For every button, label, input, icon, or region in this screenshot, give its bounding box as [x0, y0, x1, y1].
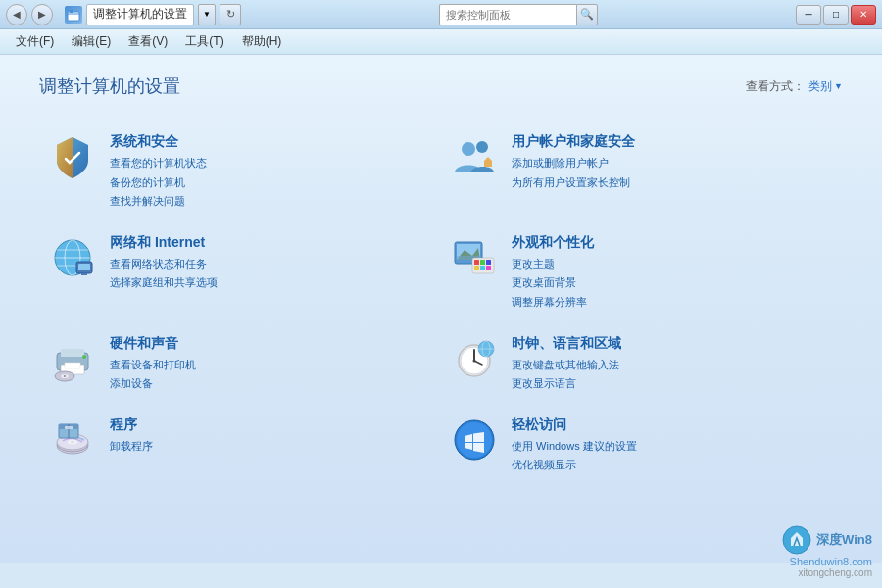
hardware-icon — [49, 335, 96, 382]
svg-rect-24 — [61, 349, 84, 357]
svg-point-27 — [82, 355, 86, 359]
appearance-title[interactable]: 外观和个性化 — [512, 234, 594, 252]
menu-view[interactable]: 查看(V) — [121, 30, 175, 53]
category-appearance[interactable]: 外观和个性化 更改主题 更改桌面背景 调整屏幕分辨率 — [441, 222, 843, 323]
svg-rect-11 — [81, 273, 87, 275]
system-security-link-2[interactable]: 备份您的计算机 — [110, 174, 207, 192]
address-bar[interactable]: 调整计算机的设置 — [86, 4, 194, 25]
category-network[interactable]: 网络和 Internet 查看网络状态和任务 选择家庭组和共享选项 — [39, 222, 441, 323]
appearance-link-1[interactable]: 更改主题 — [512, 256, 594, 273]
search-button[interactable]: 🔍 — [576, 4, 598, 25]
user-accounts-link-2[interactable]: 为所有用户设置家长控制 — [512, 174, 635, 192]
clock-link-2[interactable]: 更改显示语言 — [512, 375, 621, 393]
watermark-sub-site: xitongcheng.com — [798, 567, 872, 578]
forward-button[interactable]: ▶ — [31, 4, 53, 25]
svg-rect-21 — [480, 266, 485, 270]
menu-edit[interactable]: 编辑(E) — [64, 30, 119, 53]
hardware-title[interactable]: 硬件和声音 — [110, 335, 196, 353]
clock-icon — [451, 335, 498, 382]
network-text: 网络和 Internet 查看网络状态和任务 选择家庭组和共享选项 — [110, 234, 218, 292]
network-title[interactable]: 网络和 Internet — [110, 234, 218, 252]
ease-access-title[interactable]: 轻松访问 — [512, 416, 637, 434]
network-icon — [49, 234, 96, 281]
svg-point-35 — [473, 359, 476, 362]
user-accounts-link-1[interactable]: 添加或删除用户帐户 — [512, 155, 635, 172]
ease-access-link-1[interactable]: 使用 Windows 建议的设置 — [512, 438, 637, 456]
svg-rect-26 — [65, 363, 80, 368]
user-accounts-icon — [451, 133, 498, 180]
appearance-icon — [451, 234, 498, 281]
page-title: 调整计算机的设置 — [39, 74, 180, 98]
clock-link-1[interactable]: 更改键盘或其他输入法 — [512, 357, 621, 374]
category-hardware[interactable]: 硬件和声音 查看设备和打印机 添加设备 — [39, 323, 441, 405]
search-bar: 🔍 — [439, 4, 598, 25]
search-input[interactable] — [439, 4, 576, 25]
window-controls: ─ □ ✕ — [796, 5, 876, 24]
ease-access-link-2[interactable]: 优化视频显示 — [512, 457, 637, 474]
view-mode-selector[interactable]: 查看方式： 类别 ▼ — [746, 78, 843, 95]
svg-rect-19 — [486, 260, 491, 265]
hardware-text: 硬件和声音 查看设备和打印机 添加设备 — [110, 335, 196, 393]
user-accounts-text: 用户帐户和家庭安全 添加或删除用户帐户 为所有用户设置家长控制 — [512, 133, 635, 191]
user-accounts-title[interactable]: 用户帐户和家庭安全 — [512, 133, 635, 151]
menu-help[interactable]: 帮助(H) — [234, 30, 290, 53]
address-text: 调整计算机的设置 — [93, 6, 187, 23]
watermark-brand: 深度Win8 — [816, 531, 872, 549]
programs-link-1[interactable]: 卸载程序 — [110, 438, 153, 456]
svg-rect-17 — [474, 260, 479, 265]
svg-rect-20 — [474, 266, 479, 270]
svg-rect-10 — [78, 264, 90, 270]
address-icon — [65, 6, 82, 24]
category-programs[interactable]: 程序 卸载程序 — [39, 405, 441, 486]
menu-file[interactable]: 文件(F) — [8, 30, 62, 53]
title-bar: ◀ ▶ 调整计算机的设置 ▼ ↻ 🔍 ─ □ ✕ — [0, 0, 882, 29]
hardware-link-2[interactable]: 添加设备 — [110, 375, 196, 393]
view-mode-label: 查看方式： — [746, 78, 805, 95]
menu-tools[interactable]: 工具(T) — [177, 30, 231, 53]
svg-rect-18 — [480, 260, 485, 265]
system-security-icon — [49, 133, 96, 180]
category-ease-access[interactable]: 轻松访问 使用 Windows 建议的设置 优化视频显示 — [441, 405, 843, 486]
system-security-link-1[interactable]: 查看您的计算机状态 — [110, 155, 207, 172]
ease-access-text: 轻松访问 使用 Windows 建议的设置 优化视频显示 — [512, 416, 637, 474]
hardware-link-1[interactable]: 查看设备和打印机 — [110, 357, 196, 374]
minimize-button[interactable]: ─ — [796, 5, 821, 24]
menu-bar: 文件(F) 编辑(E) 查看(V) 工具(T) 帮助(H) — [0, 29, 882, 55]
categories-grid: 系统和安全 查看您的计算机状态 备份您的计算机 查找并解决问题 — [39, 122, 843, 486]
appearance-link-3[interactable]: 调整屏幕分辨率 — [512, 294, 594, 312]
watermark-top: 深度Win8 — [781, 524, 872, 556]
refresh-button[interactable]: ↻ — [220, 4, 241, 25]
content-area: 调整计算机的设置 查看方式： 类别 ▼ — [0, 55, 882, 563]
category-user-accounts[interactable]: 用户帐户和家庭安全 添加或删除用户帐户 为所有用户设置家长控制 — [441, 122, 843, 222]
appearance-link-2[interactable]: 更改桌面背景 — [512, 274, 594, 292]
content-header: 调整计算机的设置 查看方式： 类别 ▼ — [39, 74, 843, 98]
programs-icon — [49, 416, 96, 464]
programs-text: 程序 卸载程序 — [110, 416, 153, 456]
close-button[interactable]: ✕ — [851, 5, 876, 24]
system-security-title[interactable]: 系统和安全 — [110, 133, 207, 151]
svg-point-3 — [476, 141, 488, 153]
clock-title[interactable]: 时钟、语言和区域 — [512, 335, 621, 353]
svg-point-2 — [462, 142, 475, 156]
svg-point-30 — [64, 375, 66, 377]
system-security-link-3[interactable]: 查找并解决问题 — [110, 193, 207, 211]
view-mode-value[interactable]: 类别 ▼ — [808, 78, 843, 95]
network-link-2[interactable]: 选择家庭组和共享选项 — [110, 274, 218, 292]
back-button[interactable]: ◀ — [6, 4, 27, 25]
title-bar-left: ◀ ▶ 调整计算机的设置 ▼ ↻ — [6, 4, 249, 25]
svg-rect-47 — [65, 426, 73, 429]
appearance-text: 外观和个性化 更改主题 更改桌面背景 调整屏幕分辨率 — [512, 234, 594, 312]
address-dropdown-button[interactable]: ▼ — [198, 4, 216, 25]
programs-title[interactable]: 程序 — [110, 416, 153, 434]
ease-access-icon — [451, 416, 498, 464]
svg-rect-1 — [70, 10, 74, 13]
network-link-1[interactable]: 查看网络状态和任务 — [110, 256, 218, 273]
maximize-button[interactable]: □ — [823, 5, 849, 24]
category-clock[interactable]: 时钟、语言和区域 更改键盘或其他输入法 更改显示语言 — [441, 323, 843, 405]
category-system-security[interactable]: 系统和安全 查看您的计算机状态 备份您的计算机 查找并解决问题 — [39, 122, 441, 222]
svg-rect-0 — [68, 12, 79, 21]
watermark-logo-icon — [781, 524, 812, 556]
watermark: 深度Win8 Shenduwin8.com xitongcheng.com — [781, 524, 872, 578]
svg-rect-22 — [486, 266, 491, 270]
watermark-site: Shenduwin8.com — [790, 556, 872, 567]
